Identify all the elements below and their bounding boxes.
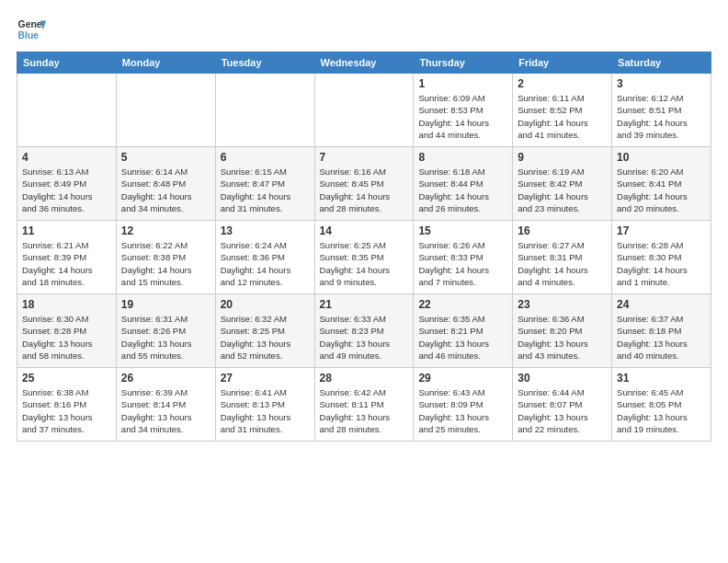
day-cell-21: 21Sunrise: 6:33 AMSunset: 8:23 PMDayligh…	[314, 294, 414, 368]
day-number: 30	[518, 372, 607, 385]
day-info: Sunrise: 6:35 AMSunset: 8:21 PMDaylight:…	[418, 313, 507, 362]
logo-icon: General Blue	[17, 15, 46, 44]
day-info: Sunrise: 6:32 AMSunset: 8:25 PMDaylight:…	[221, 313, 310, 362]
day-number: 26	[121, 372, 210, 385]
page: General Blue SundayMondayTuesdayWednesda…	[0, 0, 728, 563]
weekday-header-saturday: Saturday	[612, 52, 711, 74]
day-info: Sunrise: 6:36 AMSunset: 8:20 PMDaylight:…	[518, 313, 607, 362]
day-cell-8: 8Sunrise: 6:18 AMSunset: 8:44 PMDaylight…	[414, 147, 513, 221]
day-cell-13: 13Sunrise: 6:24 AMSunset: 8:36 PMDayligh…	[215, 221, 314, 294]
day-number: 6	[221, 151, 310, 164]
day-number: 7	[320, 151, 409, 164]
day-number: 25	[22, 372, 111, 385]
day-cell-3: 3Sunrise: 6:12 AMSunset: 8:51 PMDaylight…	[612, 74, 711, 147]
day-cell-10: 10Sunrise: 6:20 AMSunset: 8:41 PMDayligh…	[612, 147, 711, 221]
day-cell-9: 9Sunrise: 6:19 AMSunset: 8:42 PMDaylight…	[513, 147, 612, 221]
day-number: 24	[617, 298, 706, 311]
day-number: 20	[221, 298, 310, 311]
day-cell-17: 17Sunrise: 6:28 AMSunset: 8:30 PMDayligh…	[612, 221, 711, 294]
day-number: 8	[418, 151, 507, 164]
day-cell-23: 23Sunrise: 6:36 AMSunset: 8:20 PMDayligh…	[513, 294, 612, 368]
day-number: 9	[518, 151, 607, 164]
week-row-1: 1Sunrise: 6:09 AMSunset: 8:53 PMDaylight…	[17, 74, 711, 147]
day-info: Sunrise: 6:19 AMSunset: 8:42 PMDaylight:…	[518, 166, 607, 214]
day-info: Sunrise: 6:20 AMSunset: 8:41 PMDaylight:…	[617, 166, 706, 214]
day-info: Sunrise: 6:09 AMSunset: 8:53 PMDaylight:…	[418, 92, 507, 141]
day-info: Sunrise: 6:25 AMSunset: 8:35 PMDaylight:…	[320, 239, 409, 288]
day-number: 19	[121, 298, 210, 311]
day-number: 2	[518, 77, 607, 90]
day-cell-5: 5Sunrise: 6:14 AMSunset: 8:48 PMDaylight…	[116, 147, 215, 221]
day-info: Sunrise: 6:16 AMSunset: 8:45 PMDaylight:…	[320, 166, 409, 214]
day-cell-12: 12Sunrise: 6:22 AMSunset: 8:38 PMDayligh…	[116, 221, 215, 294]
day-cell-29: 29Sunrise: 6:43 AMSunset: 8:09 PMDayligh…	[414, 368, 513, 442]
day-number: 23	[518, 298, 607, 311]
day-number: 4	[22, 151, 111, 164]
day-number: 11	[22, 224, 111, 237]
day-cell-30: 30Sunrise: 6:44 AMSunset: 8:07 PMDayligh…	[513, 368, 612, 442]
day-info: Sunrise: 6:31 AMSunset: 8:26 PMDaylight:…	[121, 313, 210, 362]
day-number: 21	[320, 298, 409, 311]
weekday-header-row: SundayMondayTuesdayWednesdayThursdayFrid…	[17, 52, 711, 74]
day-info: Sunrise: 6:33 AMSunset: 8:23 PMDaylight:…	[320, 313, 409, 362]
day-cell-6: 6Sunrise: 6:15 AMSunset: 8:47 PMDaylight…	[215, 147, 314, 221]
day-cell-16: 16Sunrise: 6:27 AMSunset: 8:31 PMDayligh…	[513, 221, 612, 294]
logo: General Blue	[17, 15, 46, 44]
day-number: 16	[518, 224, 607, 237]
weekday-header-friday: Friday	[513, 52, 612, 74]
calendar-table: SundayMondayTuesdayWednesdayThursdayFrid…	[17, 52, 711, 442]
empty-cell	[17, 74, 117, 147]
day-info: Sunrise: 6:15 AMSunset: 8:47 PMDaylight:…	[221, 166, 310, 214]
day-info: Sunrise: 6:28 AMSunset: 8:30 PMDaylight:…	[617, 239, 706, 288]
weekday-header-wednesday: Wednesday	[314, 52, 414, 74]
day-info: Sunrise: 6:18 AMSunset: 8:44 PMDaylight:…	[418, 166, 507, 214]
day-info: Sunrise: 6:42 AMSunset: 8:11 PMDaylight:…	[320, 386, 409, 435]
day-info: Sunrise: 6:38 AMSunset: 8:16 PMDaylight:…	[22, 386, 111, 435]
day-number: 17	[617, 224, 706, 237]
weekday-header-sunday: Sunday	[17, 52, 117, 74]
day-info: Sunrise: 6:41 AMSunset: 8:13 PMDaylight:…	[221, 386, 310, 435]
day-info: Sunrise: 6:11 AMSunset: 8:52 PMDaylight:…	[518, 92, 607, 141]
day-number: 29	[418, 372, 507, 385]
day-info: Sunrise: 6:12 AMSunset: 8:51 PMDaylight:…	[617, 92, 706, 141]
week-row-3: 11Sunrise: 6:21 AMSunset: 8:39 PMDayligh…	[17, 221, 711, 294]
day-number: 27	[221, 372, 310, 385]
day-number: 5	[121, 151, 210, 164]
day-cell-15: 15Sunrise: 6:26 AMSunset: 8:33 PMDayligh…	[414, 221, 513, 294]
empty-cell	[314, 74, 414, 147]
day-cell-31: 31Sunrise: 6:45 AMSunset: 8:05 PMDayligh…	[612, 368, 711, 442]
header: General Blue	[17, 15, 711, 44]
day-info: Sunrise: 6:24 AMSunset: 8:36 PMDaylight:…	[221, 239, 310, 288]
day-cell-20: 20Sunrise: 6:32 AMSunset: 8:25 PMDayligh…	[215, 294, 314, 368]
day-info: Sunrise: 6:45 AMSunset: 8:05 PMDaylight:…	[617, 386, 706, 435]
day-number: 22	[418, 298, 507, 311]
day-info: Sunrise: 6:44 AMSunset: 8:07 PMDaylight:…	[518, 386, 607, 435]
day-number: 3	[617, 77, 706, 90]
day-cell-28: 28Sunrise: 6:42 AMSunset: 8:11 PMDayligh…	[314, 368, 414, 442]
day-cell-14: 14Sunrise: 6:25 AMSunset: 8:35 PMDayligh…	[314, 221, 414, 294]
day-info: Sunrise: 6:14 AMSunset: 8:48 PMDaylight:…	[121, 166, 210, 214]
day-info: Sunrise: 6:22 AMSunset: 8:38 PMDaylight:…	[121, 239, 210, 288]
day-number: 15	[418, 224, 507, 237]
day-info: Sunrise: 6:13 AMSunset: 8:49 PMDaylight:…	[22, 166, 111, 214]
day-cell-26: 26Sunrise: 6:39 AMSunset: 8:14 PMDayligh…	[116, 368, 215, 442]
day-info: Sunrise: 6:30 AMSunset: 8:28 PMDaylight:…	[22, 313, 111, 362]
weekday-header-thursday: Thursday	[414, 52, 513, 74]
day-info: Sunrise: 6:43 AMSunset: 8:09 PMDaylight:…	[418, 386, 507, 435]
day-number: 10	[617, 151, 706, 164]
day-cell-11: 11Sunrise: 6:21 AMSunset: 8:39 PMDayligh…	[17, 221, 117, 294]
weekday-header-tuesday: Tuesday	[215, 52, 314, 74]
week-row-4: 18Sunrise: 6:30 AMSunset: 8:28 PMDayligh…	[17, 294, 711, 368]
day-number: 14	[320, 224, 409, 237]
day-cell-27: 27Sunrise: 6:41 AMSunset: 8:13 PMDayligh…	[215, 368, 314, 442]
week-row-2: 4Sunrise: 6:13 AMSunset: 8:49 PMDaylight…	[17, 147, 711, 221]
day-cell-22: 22Sunrise: 6:35 AMSunset: 8:21 PMDayligh…	[414, 294, 513, 368]
day-number: 13	[221, 224, 310, 237]
day-cell-25: 25Sunrise: 6:38 AMSunset: 8:16 PMDayligh…	[17, 368, 117, 442]
day-info: Sunrise: 6:21 AMSunset: 8:39 PMDaylight:…	[22, 239, 111, 288]
day-cell-24: 24Sunrise: 6:37 AMSunset: 8:18 PMDayligh…	[612, 294, 711, 368]
week-row-5: 25Sunrise: 6:38 AMSunset: 8:16 PMDayligh…	[17, 368, 711, 442]
day-number: 1	[418, 77, 507, 90]
day-cell-19: 19Sunrise: 6:31 AMSunset: 8:26 PMDayligh…	[116, 294, 215, 368]
day-info: Sunrise: 6:26 AMSunset: 8:33 PMDaylight:…	[418, 239, 507, 288]
